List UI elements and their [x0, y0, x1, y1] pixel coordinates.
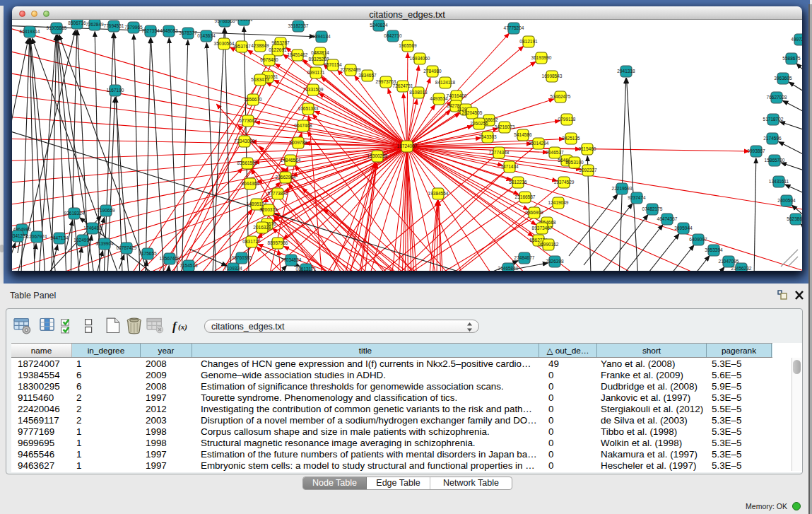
svg-text:8044369: 8044369 [241, 181, 259, 186]
svg-text:5812236: 5812236 [509, 180, 527, 185]
svg-text:51718702: 51718702 [763, 117, 784, 122]
svg-text:13341232: 13341232 [12, 233, 28, 238]
svg-text:35030564: 35030564 [214, 41, 235, 46]
svg-text:3471434: 3471434 [500, 164, 519, 169]
svg-text:8053100: 8053100 [565, 160, 584, 165]
svg-text:72343098: 72343098 [235, 139, 255, 144]
svg-text:35182337: 35182337 [288, 23, 309, 28]
svg-text:72774348: 72774348 [489, 150, 510, 155]
svg-text:88957986: 88957986 [268, 240, 288, 245]
svg-text:21465840: 21465840 [498, 266, 519, 271]
svg-text:71331509: 71331509 [303, 87, 324, 92]
svg-text:8425135: 8425135 [562, 136, 580, 141]
svg-text:0812191: 0812191 [519, 39, 538, 44]
svg-text:1965569: 1965569 [399, 43, 417, 48]
svg-text:7826398: 7826398 [546, 259, 564, 264]
svg-text:16998543: 16998543 [542, 74, 563, 78]
svg-text:47775204: 47775204 [504, 25, 524, 30]
svg-text:5240824: 5240824 [370, 23, 388, 28]
svg-text:3834657: 3834657 [358, 73, 377, 78]
svg-text:2046537: 2046537 [546, 150, 564, 155]
svg-text:57773872: 57773872 [268, 191, 288, 196]
svg-text:21456232: 21456232 [731, 266, 752, 271]
svg-text:4948083: 4948083 [160, 28, 178, 33]
svg-text:3963605: 3963605 [774, 76, 792, 81]
svg-text:13431611: 13431611 [769, 179, 789, 184]
svg-text:0799118: 0799118 [558, 117, 576, 122]
svg-text:7175655: 7175655 [139, 251, 157, 256]
svg-text:3953767: 3953767 [233, 44, 251, 49]
svg-text:27484677: 27484677 [514, 255, 535, 260]
svg-text:5009788: 5009788 [289, 140, 307, 145]
svg-text:93618324: 93618324 [64, 211, 85, 216]
svg-text:3678377: 3678377 [179, 30, 197, 35]
svg-text:2174596: 2174596 [763, 136, 782, 141]
svg-text:3200379: 3200379 [259, 207, 278, 212]
svg-text:74016400: 74016400 [447, 93, 467, 98]
svg-text:23662994: 23662994 [276, 175, 296, 180]
svg-text:77694531: 77694531 [104, 23, 124, 28]
svg-text:1024994: 1024994 [73, 238, 92, 243]
svg-text:22219693: 22219693 [612, 186, 632, 191]
svg-text:4997278: 4997278 [791, 37, 802, 42]
svg-text:9115460: 9115460 [579, 146, 596, 151]
svg-text:06990162: 06990162 [539, 242, 559, 247]
svg-text:19374529: 19374529 [554, 180, 575, 185]
svg-text:0366909: 0366909 [525, 210, 543, 215]
svg-text:0122691: 0122691 [269, 47, 287, 52]
svg-text:95788568: 95788568 [215, 20, 235, 23]
svg-text:66319314: 66319314 [20, 29, 40, 34]
svg-text:72624731: 72624731 [393, 83, 413, 88]
svg-text:21047095: 21047095 [719, 259, 739, 264]
svg-text:7154516: 7154516 [180, 263, 198, 268]
svg-text:1656670: 1656670 [244, 97, 262, 102]
svg-text:15865780: 15865780 [765, 158, 785, 163]
svg-text:14846564: 14846564 [281, 158, 301, 163]
svg-text:12419049: 12419049 [548, 200, 569, 205]
svg-text:22782489: 22782489 [341, 67, 361, 72]
svg-text:0647468: 0647468 [294, 123, 312, 128]
svg-text:0143634: 0143634 [197, 33, 216, 38]
svg-text:7527354: 7527354 [141, 28, 160, 33]
svg-text:89373467: 89373467 [532, 226, 553, 230]
svg-text:4493534: 4493534 [430, 96, 448, 101]
svg-text:1746488: 1746488 [83, 226, 102, 230]
svg-text:f: f [172, 320, 178, 333]
svg-text:9570154: 9570154 [324, 62, 342, 67]
svg-text:3447134: 3447134 [50, 235, 69, 240]
svg-text:36193990: 36193990 [531, 55, 552, 60]
svg-text:5183473: 5183473 [251, 77, 269, 82]
svg-text:4238849: 4238849 [251, 43, 269, 48]
svg-text:8506716: 8506716 [68, 21, 86, 25]
svg-text:8108013: 8108013 [409, 90, 428, 95]
svg-text:7262849: 7262849 [86, 22, 104, 27]
svg-text:3953394: 3953394 [705, 247, 723, 252]
svg-text:0842710: 0842710 [384, 33, 402, 38]
svg-text:18300295: 18300295 [367, 153, 388, 158]
svg-text:12067974: 12067974 [27, 234, 47, 239]
svg-text:77034824: 77034824 [281, 257, 302, 262]
svg-text:7109324: 7109324 [224, 266, 242, 271]
svg-text:19384554: 19384554 [428, 191, 449, 196]
svg-text:2400504: 2400504 [777, 198, 796, 203]
svg-text:02787429: 02787429 [117, 245, 137, 250]
svg-text:0139904: 0139904 [95, 241, 114, 246]
svg-text:5744431: 5744431 [235, 20, 253, 22]
svg-text:2016328: 2016328 [253, 225, 271, 230]
svg-text:2784980: 2784980 [423, 69, 442, 74]
svg-text:46474367: 46474367 [657, 216, 678, 221]
svg-text:7190659: 7190659 [97, 208, 115, 213]
svg-text:9237474: 9237474 [628, 195, 646, 200]
svg-text:18451462: 18451462 [288, 52, 308, 57]
svg-text:89325288: 89325288 [309, 57, 329, 62]
svg-text:10651333: 10651333 [298, 106, 319, 111]
svg-text:16934060: 16934060 [410, 56, 430, 61]
svg-text:08613171: 08613171 [296, 267, 317, 271]
svg-text:3695944: 3695944 [674, 226, 693, 230]
svg-text:18724007: 18724007 [397, 144, 418, 148]
svg-text:3092327: 3092327 [579, 168, 597, 173]
svg-text:84124118: 84124118 [435, 80, 456, 85]
svg-text:2941318: 2941318 [617, 69, 635, 74]
svg-text:08760385: 08760385 [232, 255, 252, 260]
svg-text:6978480: 6978480 [260, 57, 278, 62]
